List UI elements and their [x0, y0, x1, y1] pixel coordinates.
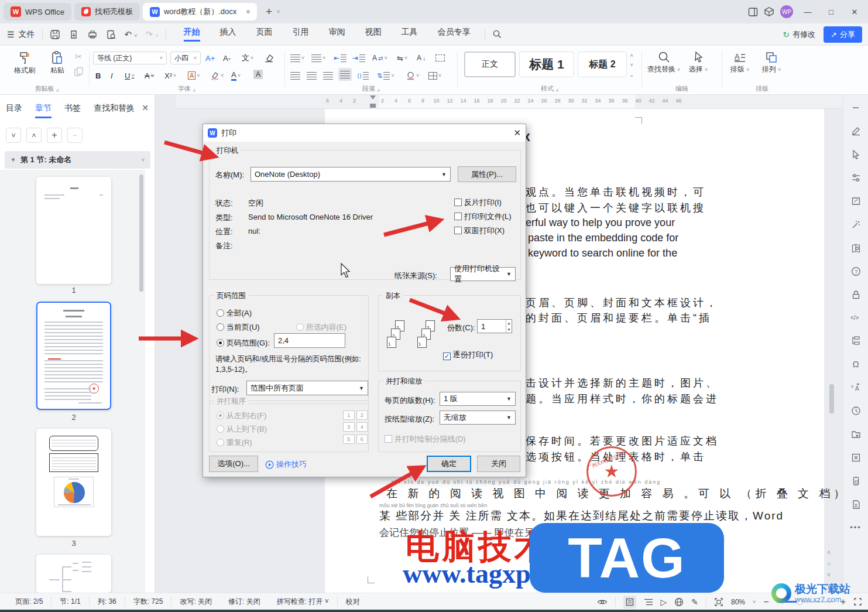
italic-button[interactable]: I [111, 69, 113, 82]
superscript-button[interactable]: X²˅ [164, 69, 176, 82]
list-item[interactable]: 书签 [64, 103, 81, 118]
page-nav[interactable]: ˄ ○ ˅ [827, 549, 831, 578]
list-item[interactable]: 列: 36 [90, 597, 125, 607]
ink-icon[interactable]: ✎ [691, 597, 698, 607]
zoom-out-button[interactable]: − [763, 597, 768, 607]
fullscreen-icon[interactable] [853, 597, 862, 606]
export-pdf-icon[interactable] [68, 29, 79, 40]
list-item[interactable]: 字数: 725 [125, 597, 172, 607]
copy-icon[interactable] [74, 67, 84, 77]
list-item[interactable]: 拼写检查: 打开 ˅ [269, 597, 337, 607]
print-icon[interactable] [87, 29, 98, 40]
tips-link[interactable]: 操作技巧 [265, 459, 307, 470]
duplex-checkbox[interactable]: 双面打印(X) [454, 225, 505, 236]
symbol-omega-icon[interactable]: Ω [852, 359, 859, 369]
bold-button[interactable]: B [95, 69, 101, 82]
style-normal[interactable]: 正文 [464, 52, 516, 77]
mobile-view-icon[interactable] [851, 476, 861, 486]
doc-info-icon[interactable] [851, 500, 861, 510]
share-button[interactable]: ↗ 分享 [824, 26, 862, 43]
justify-icon[interactable] [338, 68, 352, 81]
print-what-select[interactable]: 范围中所有页面▼ [246, 381, 368, 395]
arrange-button[interactable]: 排列 ˅ [757, 50, 786, 74]
copies-spinner[interactable]: ▲▼ [506, 320, 512, 333]
mirror-print-checkbox[interactable]: 反片打印(I) [454, 197, 502, 208]
list-item[interactable]: 校对 [337, 597, 368, 607]
page-range-input[interactable]: 2,4 [274, 333, 345, 348]
scale-to-paper-select[interactable]: 无缩放▼ [440, 411, 516, 425]
section-expand-icon[interactable]: ▼ [11, 157, 16, 163]
code-icon[interactable]: </> [850, 313, 862, 322]
clear-format-icon[interactable] [264, 52, 274, 64]
lock-icon[interactable] [851, 290, 861, 300]
left-indent-marker[interactable] [370, 104, 376, 108]
tab-document[interactable]: W word教程（新）.docx [143, 3, 257, 20]
cut-icon[interactable]: ✂ [75, 52, 83, 62]
options-button[interactable]: 选项(O)... [209, 456, 258, 472]
web-view-icon[interactable] [674, 597, 684, 607]
eye-protect-icon[interactable] [597, 598, 608, 606]
panel-tabs[interactable]: 目录章节书签查找和替换 [6, 103, 135, 118]
styles-up-icon[interactable]: ˄ [630, 53, 633, 59]
frame-icon[interactable] [435, 52, 445, 64]
numbered-list-button[interactable]: ˅ [311, 52, 325, 64]
list-item[interactable]: 页面: 2/5 [7, 597, 52, 607]
redo-icon[interactable]: ↷ ˅ [146, 29, 159, 40]
collapse-up-button[interactable]: ˄ [26, 128, 42, 143]
panel-close-icon[interactable]: ✕ [142, 103, 149, 112]
page-view-icon[interactable] [623, 596, 636, 608]
collate-checkbox[interactable]: ✓ 逐份打印(T) [443, 350, 493, 360]
list-item[interactable]: 修订: 关闭 [220, 597, 269, 607]
ok-button[interactable]: 确定 [427, 456, 471, 472]
shrink-font-button[interactable]: A- [223, 52, 231, 64]
align-left-icon[interactable] [290, 69, 300, 82]
paste-button[interactable]: 粘贴 [42, 50, 73, 76]
nav-dot-icon[interactable]: ○ [827, 560, 831, 567]
dialog-close-icon[interactable]: ✕ [513, 128, 521, 138]
add-section-button[interactable]: + [47, 128, 62, 143]
split-view-icon[interactable] [748, 7, 758, 17]
borders-button[interactable]: ˅ [428, 69, 441, 82]
settings-sliders-icon[interactable] [851, 173, 861, 183]
character-border-button[interactable]: A˅ [188, 69, 200, 82]
close-dialog-button[interactable]: 关闭 [477, 456, 520, 472]
list-item[interactable]: 引用 [293, 27, 309, 42]
remove-section-button[interactable]: − [67, 128, 83, 143]
panel-scrollbar[interactable] [139, 175, 143, 292]
smart-tools-icon[interactable] [851, 220, 861, 230]
fit-page-icon[interactable] [714, 597, 723, 607]
style-heading2[interactable]: 标题 2 [578, 52, 627, 77]
increase-indent-icon[interactable]: ⇥ [352, 52, 365, 64]
help-icon[interactable]: ? [851, 266, 861, 276]
grow-font-button[interactable]: A+ [205, 52, 215, 64]
indent-marker[interactable] [370, 95, 376, 100]
new-tab-button[interactable]: + [266, 5, 272, 18]
outline-view-icon[interactable] [644, 598, 653, 606]
file-menu[interactable]: 文件 [19, 29, 35, 40]
workspace-cube-icon[interactable] [764, 6, 774, 17]
styles-gallery-icon[interactable]: ⌄ [629, 71, 634, 78]
doc-scrollbar[interactable] [829, 384, 834, 413]
select-button[interactable]: 选择 ˅ [685, 50, 712, 74]
range-current-radio[interactable]: 当前页(U) [217, 322, 260, 333]
font-color-button[interactable]: A˅ [231, 69, 241, 82]
tab-list-chevron-icon[interactable]: ˅ [277, 9, 280, 15]
printer-name-select[interactable]: OneNote (Desktop)▼ [251, 167, 451, 182]
sort-icon[interactable]: A↓ [417, 52, 426, 64]
close-box-icon[interactable] [851, 453, 861, 463]
statusbar-left[interactable]: 页面: 2/5节: 1/1列: 36字数: 725改写: 关闭修订: 关闭拼写检… [7, 593, 368, 610]
thumbnail-page-2[interactable]: ★ [36, 302, 111, 410]
range-pages-radio[interactable]: 页码范围(G): [217, 338, 270, 348]
next-page-icon[interactable]: ˅ [827, 572, 831, 578]
line-spacing-button[interactable]: ⇅˅ [377, 69, 394, 82]
close-button[interactable]: ✕ [846, 8, 863, 16]
decrease-indent-icon[interactable]: ⇤ [334, 52, 346, 64]
list-item[interactable]: 页面 [256, 27, 273, 42]
horizontal-ruler[interactable]: 642 246810121416182022242628303234363840… [176, 95, 843, 109]
list-item[interactable]: 节: 1/1 [52, 597, 89, 607]
expand-down-button[interactable]: ˅ [6, 128, 21, 143]
collapse-icon[interactable] [851, 103, 860, 112]
list-item[interactable]: 改写: 关闭 [171, 597, 220, 607]
org-structure-icon[interactable] [851, 336, 861, 346]
save-icon[interactable] [50, 29, 60, 40]
